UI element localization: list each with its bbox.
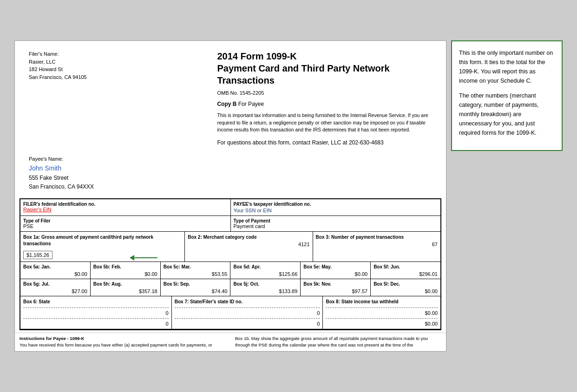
box2-cell: Box 2: Merchant category code 4121: [185, 232, 313, 261]
type-payment-cell: Type of Payment Payment card: [231, 216, 441, 231]
box7-cell: Box 7: State/Filer's state ID no. 0 0: [172, 296, 323, 329]
box7-value1: 0: [175, 310, 320, 316]
box3-value: 67: [316, 242, 438, 247]
box6-label: Box 6: State: [23, 299, 169, 305]
box5h-cell: Box 5h: Aug. $357.18: [91, 279, 161, 296]
box5a-value: $0.00: [23, 271, 87, 277]
type-filer-cell: Type of Filer PSE: [20, 216, 231, 231]
footer-right-text: Box 1b. May show the aggregate gross amo…: [235, 336, 428, 347]
box5e-value: $0.00: [303, 271, 367, 277]
box5c-label: Box 5c: Mar.: [164, 264, 228, 270]
box7-label: Box 7: State/Filer's state ID no.: [175, 299, 320, 305]
payee-section: Payee's Name: John Smith 555 Fake Street…: [15, 156, 446, 198]
box5e-label: Box 5e: May.: [303, 264, 367, 270]
arrow-line: [134, 257, 157, 258]
box5g-label: Box 5g: Jul.: [23, 281, 87, 287]
box5i-cell: Box 5i: Sep. $74.40: [161, 279, 231, 296]
box5j-cell: Box 5j: Oct. $133.89: [230, 279, 301, 296]
box5k-value: $97.57: [303, 288, 367, 294]
filer-name: Rasier, LLC: [29, 58, 208, 66]
footer-right: Box 1b. May show the aggregate gross amo…: [235, 335, 441, 349]
type-payment-label: Type of Payment: [234, 218, 438, 223]
filer-ein-value: Rasier's EIN: [23, 207, 228, 212]
box5h-value: $357.18: [93, 288, 157, 294]
box5l-value: $0.00: [374, 288, 438, 294]
box5e-cell: Box 5e: May. $0.00: [301, 262, 371, 279]
box5f-label: Box 5f: Jun.: [374, 264, 438, 270]
arrow-head: [130, 255, 134, 261]
type-payment-value: Payment card: [234, 223, 438, 229]
box1a-label: Box 1a: Gross amount of payment card/thi…: [23, 234, 182, 247]
box8-value1: $0.00: [326, 310, 438, 316]
box5j-label: Box 5j: Oct.: [233, 281, 297, 287]
payee-city: San Francisco, CA 94XXX: [29, 183, 432, 191]
box5f-value: $296.01: [374, 271, 438, 277]
box5g-value: $27.00: [23, 288, 87, 294]
filer-city: San Francisco, CA 94105: [29, 73, 208, 81]
payee-tin-label: PAYEE's taxpayer identification no.: [234, 202, 438, 207]
box5f-cell: Box 5f: Jun. $296.01: [371, 262, 440, 279]
footer-left-title: Instructions for Payee - 1099-K: [20, 336, 84, 341]
monthly-row-2: Box 5g: Jul. $27.00 Box 5h: Aug. $357.18…: [20, 279, 440, 296]
box5c-value: $53.55: [164, 271, 228, 277]
type-filer-value: PSE: [23, 223, 228, 229]
box5l-label: Box 5l: Dec.: [374, 281, 438, 287]
form-grid: FILER's federal identification no. Rasie…: [20, 198, 441, 330]
payee-name: John Smith: [29, 163, 432, 173]
box5d-cell: Box 5d: Apr. $125.66: [230, 262, 301, 279]
box5i-label: Box 5i: Sep.: [164, 281, 228, 287]
box5d-value: $125.66: [233, 271, 297, 277]
box3-label: Box 3: Number of payment transactions: [316, 234, 438, 241]
box5a-cell: Box 5a: Jan. $0.00: [20, 262, 91, 279]
payee-address: 555 Fake Street: [29, 174, 432, 183]
arrow-indicator: [130, 255, 157, 261]
type-row: Type of Filer PSE Type of Payment Paymen…: [20, 216, 440, 232]
form-document: Filer's Name: Rasier, LLC 182 Howard St …: [14, 40, 446, 351]
contact-text: For questions about this form, contact R…: [217, 138, 432, 147]
sidebar-annotation: This is the only important number on thi…: [451, 40, 563, 151]
box5i-value: $74.40: [164, 288, 228, 294]
form-footer: Instructions for Payee - 1099-K You have…: [15, 333, 446, 351]
box2-label: Box 2: Merchant category code: [188, 234, 309, 241]
box5a-label: Box 5a: Jan.: [23, 264, 87, 270]
payee-tin-cell: PAYEE's taxpayer identification no. Your…: [231, 199, 441, 216]
copy-b: Copy B For Payee: [217, 100, 432, 108]
annotation-para1: This is the only important number on thi…: [459, 48, 555, 85]
filer-tin-row: FILER's federal identification no. Rasie…: [20, 199, 440, 216]
type-filer-label: Type of Filer: [23, 218, 228, 223]
box5d-label: Box 5d: Apr.: [233, 264, 297, 270]
box6-value2: 0: [23, 321, 169, 327]
box8-value2: $0.00: [326, 321, 438, 327]
box5b-label: Box 5b: Feb.: [93, 264, 157, 270]
box1a-value: $1,165.26: [23, 251, 52, 259]
form-title-section: 2014 Form 1099-K Payment Card and Third …: [217, 50, 432, 147]
info-text: This is important tax information and is…: [217, 112, 432, 134]
box1-row: Box 1a: Gross amount of payment card/thi…: [20, 232, 440, 262]
box5g-cell: Box 5g: Jul. $27.00: [20, 279, 91, 296]
filer-address: 182 Howard St: [29, 65, 208, 73]
box5b-cell: Box 5b: Feb. $0.00: [91, 262, 161, 279]
filer-ein-cell: FILER's federal identification no. Rasie…: [20, 199, 231, 216]
omb-number: OMB No. 1545-2205: [217, 89, 432, 97]
footer-left: Instructions for Payee - 1099-K You have…: [20, 335, 226, 349]
box8-label: Box 8: State income tax withheld: [326, 299, 438, 305]
footer-left-text: You have received this form because you …: [20, 342, 212, 347]
filer-info: Filer's Name: Rasier, LLC 182 Howard St …: [29, 50, 208, 147]
box2-value: 4121: [188, 242, 309, 247]
box5j-value: $133.89: [233, 288, 297, 294]
box5c-cell: Box 5c: Mar. $53.55: [161, 262, 231, 279]
box8-cell: Box 8: State income tax withheld $0.00 $…: [323, 296, 440, 329]
box3-cell: Box 3: Number of payment transactions 67: [313, 232, 440, 261]
box6-value1: 0: [23, 310, 169, 316]
state-row: Box 6: State 0 0 Box 7: State/Filer's st…: [20, 296, 440, 329]
box5k-label: Box 5k: Nov.: [303, 281, 367, 287]
monthly-row-1: Box 5a: Jan. $0.00 Box 5b: Feb. $0.00 Bo…: [20, 262, 440, 279]
box5h-label: Box 5h: Aug.: [93, 281, 157, 287]
payee-label: Payee's Name:: [29, 156, 432, 162]
box7-value2: 0: [175, 321, 320, 327]
box5b-value: $0.00: [93, 271, 157, 277]
filer-name-label: Filer's Name:: [29, 50, 208, 58]
box5k-cell: Box 5k: Nov. $97.57: [301, 279, 371, 296]
filer-ein-label: FILER's federal identification no.: [23, 202, 228, 207]
annotation-para2: The other numbers (merchant category, nu…: [459, 91, 555, 137]
